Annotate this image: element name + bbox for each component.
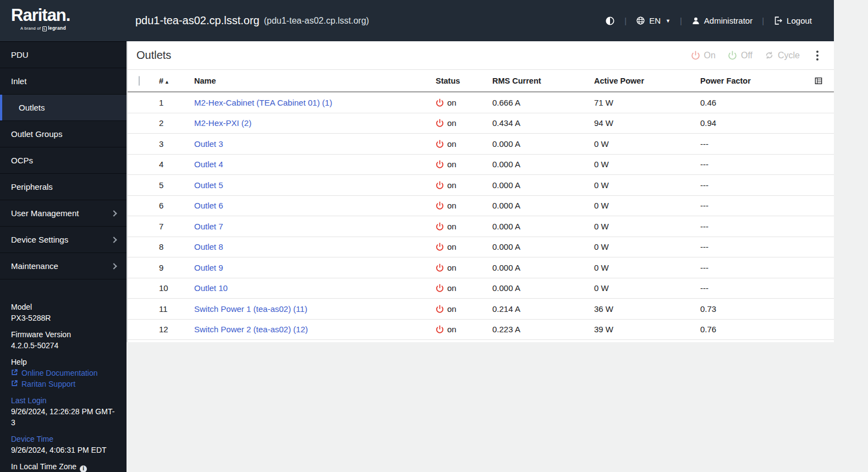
outlet-name-link[interactable]: Switch Power 2 (tea-as02) (12) — [194, 325, 308, 334]
sidebar-item-pdu[interactable]: PDU — [0, 42, 127, 68]
firmware-section: Firmware Version 4.2.0.5-50274 — [11, 329, 116, 351]
table-row: 9 Outlet 9 on 0.000 A 0 W --- — [128, 257, 834, 278]
column-header-active-power[interactable]: Active Power — [594, 76, 700, 85]
select-all-checkbox[interactable] — [139, 76, 140, 86]
outlet-name-link[interactable]: Outlet 8 — [194, 242, 223, 251]
online-documentation-link[interactable]: Online Documentation — [11, 367, 116, 378]
raritan-logo[interactable]: Raritan. A brand ofLlegrand — [11, 6, 70, 31]
legrand-mark-icon: L — [42, 26, 47, 31]
app-window: Raritan. A brand ofLlegrand pdu1-tea-as0… — [0, 0, 834, 472]
rms-current-value: 0.000 A — [492, 263, 594, 272]
status-text: on — [447, 325, 457, 334]
status-text: on — [447, 222, 457, 231]
outlet-name-link[interactable]: M2-Hex-Cabinet (TEA Cabinet 01) (1) — [194, 98, 332, 107]
sidebar-item-device-settings[interactable]: Device Settings — [0, 227, 127, 253]
column-header-number[interactable]: #▲ — [159, 76, 194, 85]
power-factor-value: --- — [700, 201, 810, 210]
sidebar-item-label: Outlet Groups — [11, 129, 62, 139]
rms-current-value: 0.666 A — [492, 98, 594, 107]
sidebar-item-label: Maintenance — [11, 261, 58, 271]
globe-icon — [636, 16, 645, 25]
active-power-value: 0 W — [594, 160, 700, 169]
power-off-button[interactable]: Off — [728, 51, 752, 61]
outlets-table-body: 1 M2-Hex-Cabinet (TEA Cabinet 01) (1) on… — [128, 92, 834, 340]
sidebar-item-maintenance[interactable]: Maintenance — [0, 253, 127, 279]
rms-current-value: 0.223 A — [492, 325, 594, 334]
more-options-menu[interactable] — [813, 48, 822, 63]
active-power-value: 0 W — [594, 242, 700, 251]
outlet-name-link[interactable]: M2-Hex-PXI (2) — [194, 118, 251, 128]
outlet-number: 7 — [159, 222, 194, 231]
outlet-name-link[interactable]: Outlet 5 — [194, 180, 223, 190]
firmware-label: Firmware Version — [11, 329, 116, 340]
theme-contrast-icon[interactable] — [605, 16, 615, 26]
sidebar-item-label: Inlet — [11, 76, 26, 86]
status-text: on — [447, 98, 457, 107]
active-power-value: 71 W — [594, 98, 700, 107]
table-row: 11 Switch Power 1 (tea-as02) (11) on 0.2… — [128, 299, 834, 320]
outlet-name-link[interactable]: Switch Power 1 (tea-as02) (11) — [194, 304, 307, 314]
column-header-power-factor[interactable]: Power Factor — [700, 76, 810, 85]
device-time-link[interactable]: Device Time — [11, 433, 116, 444]
power-on-status-icon — [436, 201, 444, 210]
outlet-status: on — [436, 263, 492, 272]
outlet-number: 9 — [159, 263, 194, 272]
outlet-name-link[interactable]: Outlet 6 — [194, 201, 223, 210]
outlet-name-link[interactable]: Outlet 3 — [194, 139, 223, 149]
outlet-status: on — [436, 160, 492, 169]
sidebar-item-outlets[interactable]: Outlets — [0, 95, 127, 121]
last-login-link[interactable]: Last Login — [11, 395, 116, 406]
sidebar-info: Model PX3-5288R Firmware Version 4.2.0.5… — [0, 279, 127, 472]
sidebar-item-ocps[interactable]: OCPs — [0, 147, 127, 174]
raritan-support-link[interactable]: Raritan Support — [11, 378, 116, 389]
outlet-status: on — [436, 201, 492, 210]
outlet-number: 11 — [159, 304, 194, 314]
power-on-button[interactable]: On — [691, 51, 716, 61]
power-on-status-icon — [436, 160, 444, 168]
sidebar-item-label: Outlets — [19, 103, 45, 112]
column-header-status[interactable]: Status — [436, 76, 492, 85]
logout-icon — [773, 16, 783, 25]
column-header-name[interactable]: Name — [194, 76, 436, 85]
power-factor-value: --- — [700, 242, 810, 251]
rms-current-value: 0.000 A — [492, 242, 594, 251]
outlet-name-link[interactable]: Outlet 10 — [194, 283, 228, 293]
power-factor-value: --- — [700, 160, 810, 169]
power-on-status-icon — [436, 305, 444, 313]
outlet-status: on — [436, 242, 492, 251]
power-factor-value: --- — [700, 263, 810, 272]
sidebar-item-label: Peripherals — [11, 182, 53, 191]
outlet-status: on — [436, 139, 492, 149]
online-documentation-label: Online Documentation — [21, 367, 98, 378]
power-cycle-button[interactable]: Cycle — [765, 51, 800, 61]
language-selector[interactable]: EN ▼ — [636, 16, 671, 25]
model-label: Model — [11, 301, 116, 312]
table-row: 1 M2-Hex-Cabinet (TEA Cabinet 01) (1) on… — [128, 92, 834, 113]
power-on-status-icon — [436, 181, 444, 189]
status-text: on — [447, 160, 457, 169]
outlets-panel: Outlets On Off — [127, 41, 834, 342]
sidebar-item-outlet-groups[interactable]: Outlet Groups — [0, 121, 127, 147]
outlet-name-link[interactable]: Outlet 4 — [194, 160, 223, 169]
sidebar-item-user-management[interactable]: User Management — [0, 200, 127, 227]
panel-header: Outlets On Off — [128, 41, 834, 70]
info-icon[interactable]: i — [80, 465, 87, 472]
logout-button[interactable]: Logout — [773, 16, 812, 25]
local-timezone-section: In Local Time Zonei 9/26/2024, 5:06:31 P… — [11, 461, 116, 472]
raritan-support-label: Raritan Support — [21, 378, 75, 389]
column-settings-icon[interactable] — [814, 76, 823, 85]
model-value: PX3-5288R — [11, 312, 116, 323]
outlet-name-link[interactable]: Outlet 9 — [194, 263, 223, 272]
power-factor-value: 0.46 — [700, 98, 810, 107]
column-header-rms-current[interactable]: RMS Current — [492, 76, 594, 85]
active-power-value: 0 W — [594, 283, 700, 293]
user-menu[interactable]: Administrator — [691, 16, 752, 25]
power-on-label: On — [704, 51, 716, 61]
user-icon — [691, 17, 700, 25]
outlet-actions: On Off Cycle — [691, 48, 822, 63]
sidebar-item-peripherals[interactable]: Peripherals — [0, 174, 127, 200]
sidebar-item-label: User Management — [11, 208, 79, 218]
power-on-icon — [691, 51, 700, 60]
sidebar-item-inlet[interactable]: Inlet — [0, 68, 127, 95]
outlet-name-link[interactable]: Outlet 7 — [194, 222, 223, 231]
